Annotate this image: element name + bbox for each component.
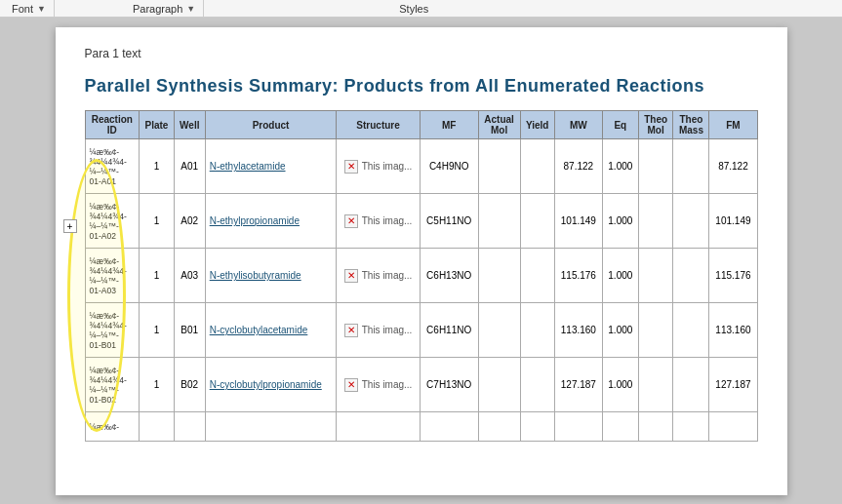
cell-reaction-id: ¼æ‰¢- ¾4¼4¾4- ¼–¼™- 01-B02 — [85, 358, 140, 412]
cell-theo-mass — [673, 249, 709, 303]
col-header-structure: Structure — [337, 111, 420, 139]
paragraph-expand-icon[interactable]: ▼ — [186, 4, 195, 14]
styles-label: Styles — [399, 3, 428, 15]
cell-fm: 113.160 — [709, 303, 757, 358]
cell-theo-mass — [673, 139, 709, 194]
cell-plate: 1 — [140, 194, 175, 249]
cell-reaction-id: ¼æ‰¢- ¾4¼4¾4- ¼–¼™- 01-B01 — [85, 303, 140, 358]
cell-theo-mass — [673, 358, 709, 412]
cell-product[interactable] — [205, 412, 337, 442]
cell-structure — [337, 412, 420, 442]
cell-reaction-id: ¼æ‰¢- ¾4¼4¾4- ¼–¼™- 01-A02 — [85, 194, 140, 249]
cell-theo-mol — [638, 303, 673, 358]
cell-reaction-id: ¼æ‰¢- ¾4¼4¾4- ¼–¼™- 01-A01 — [85, 139, 140, 194]
font-label: Font — [12, 3, 33, 15]
col-header-mw: MW — [554, 111, 602, 139]
cell-eq: 1.000 — [602, 249, 638, 303]
col-header-theo-mass: TheoMass — [673, 111, 709, 139]
cell-plate: 1 — [140, 249, 175, 303]
paragraph-label: Paragraph — [133, 3, 182, 15]
cell-mf: C6H13NO — [420, 249, 478, 303]
cell-eq: 1.000 — [602, 194, 638, 249]
cell-reaction-id: ¼æ‰¢- ¾4¼4¾4- ¼–¼™- 01-A03 — [85, 249, 140, 303]
broken-image-icon: ✕ — [344, 324, 358, 337]
cell-well: A02 — [174, 194, 205, 249]
cell-theo-mass — [673, 303, 709, 358]
cell-plate: 1 — [140, 139, 175, 194]
plus-button[interactable]: + — [63, 219, 77, 233]
cell-actual-mol — [478, 412, 520, 442]
broken-image-icon: ✕ — [344, 160, 358, 174]
page-area: Para 1 text Parallel Synthesis Summary: … — [0, 18, 842, 504]
cell-product[interactable]: N-ethylacetamide — [205, 139, 337, 194]
cell-product[interactable]: N-cyclobutylacetamide — [205, 303, 337, 358]
image-placeholder-text: This imag... — [362, 161, 413, 172]
cell-plate — [140, 412, 175, 442]
cell-product[interactable]: N-cyclobutylpropionamide — [205, 358, 337, 412]
col-header-eq: Eq — [602, 111, 638, 139]
col-header-reaction-id: ReactionID — [85, 111, 140, 139]
cell-theo-mol — [638, 249, 673, 303]
cell-actual-mol — [478, 358, 520, 412]
cell-well: B02 — [174, 358, 205, 412]
cell-mw — [554, 412, 602, 442]
cell-mf: C4H9NO — [420, 139, 478, 194]
table-row: ¼æ‰¢- ¾4¼4¾4- ¼–¼™- 01-B011B01N-cyclobut… — [85, 303, 757, 358]
cell-fm: 127.187 — [709, 358, 757, 412]
cell-well — [174, 412, 205, 442]
cell-reaction-id: ¼æ‰¢- — [85, 412, 140, 442]
col-header-well: Well — [174, 111, 205, 139]
cell-well: A01 — [174, 139, 205, 194]
para-text: Para 1 text — [85, 47, 758, 60]
cell-mw: 87.122 — [554, 139, 602, 194]
table-row: ¼æ‰¢- ¾4¼4¾4- ¼–¼™- 01-A031A03N-ethyliso… — [85, 249, 757, 303]
table-row: ¼æ‰¢- ¾4¼4¾4- ¼–¼™- 01-B021B02N-cyclobut… — [85, 358, 757, 412]
cell-mw: 115.176 — [554, 249, 602, 303]
table-header-row: ReactionID Plate Well Product Structure … — [85, 111, 757, 139]
broken-image-icon: ✕ — [344, 214, 358, 228]
cell-theo-mass — [673, 194, 709, 249]
col-header-yield: Yield — [520, 111, 554, 139]
cell-eq: 1.000 — [602, 303, 638, 358]
paragraph-section: Paragraph ▼ — [55, 0, 204, 17]
cell-yield — [520, 139, 554, 194]
cell-theo-mol — [638, 194, 673, 249]
font-expand-icon[interactable]: ▼ — [37, 4, 46, 14]
cell-theo-mol — [638, 358, 673, 412]
cell-mw: 127.187 — [554, 358, 602, 412]
image-placeholder-text: This imag... — [362, 325, 413, 335]
cell-well: B01 — [174, 303, 205, 358]
table-row: ¼æ‰¢- — [85, 412, 757, 442]
cell-fm: 115.176 — [709, 249, 757, 303]
cell-fm: 87.122 — [709, 139, 757, 194]
font-section: Font ▼ — [4, 0, 55, 17]
cell-mw: 101.149 — [554, 194, 602, 249]
cell-theo-mol — [638, 412, 673, 442]
cell-eq: 1.000 — [602, 139, 638, 194]
cell-structure: ✕This imag... — [337, 303, 420, 358]
image-placeholder-text: This imag... — [362, 270, 413, 281]
cell-structure: ✕This imag... — [337, 139, 420, 194]
cell-mf: C7H13NO — [420, 358, 478, 412]
cell-actual-mol — [478, 139, 520, 194]
col-header-actual-mol: ActualMol — [478, 111, 520, 139]
cell-actual-mol — [478, 194, 520, 249]
cell-theo-mol — [638, 139, 673, 194]
cell-mf: C6H11NO — [420, 303, 478, 358]
cell-product[interactable]: N-ethylisobutyramide — [205, 249, 337, 303]
cell-structure: ✕This imag... — [337, 358, 420, 412]
col-header-product: Product — [205, 111, 337, 139]
cell-eq — [602, 412, 638, 442]
cell-mw: 113.160 — [554, 303, 602, 358]
col-header-plate: Plate — [140, 111, 175, 139]
col-header-mf: MF — [420, 111, 478, 139]
image-placeholder-text: This imag... — [362, 379, 413, 390]
cell-actual-mol — [478, 303, 520, 358]
cell-actual-mol — [478, 249, 520, 303]
styles-section: Styles — [204, 0, 838, 17]
cell-yield — [520, 358, 554, 412]
cell-structure: ✕This imag... — [337, 249, 420, 303]
cell-product[interactable]: N-ethylpropionamide — [205, 194, 337, 249]
broken-image-icon: ✕ — [344, 269, 358, 283]
cell-theo-mass — [673, 412, 709, 442]
